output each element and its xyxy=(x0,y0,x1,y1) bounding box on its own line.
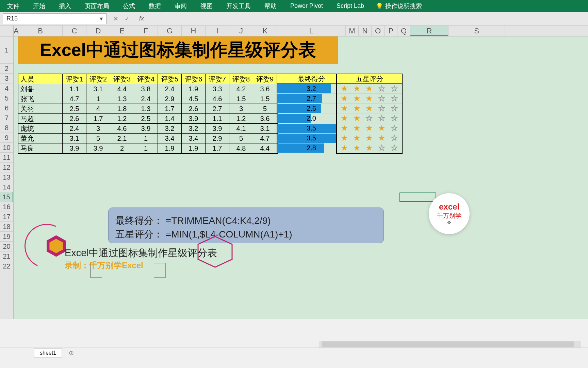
stars-row-0[interactable]: ★★★☆☆ xyxy=(337,84,402,94)
header-judge-4[interactable]: 评委4 xyxy=(134,74,158,84)
row-header-9[interactable]: 9 xyxy=(0,133,13,143)
ribbon-tab-scriptlab[interactable]: Script Lab xyxy=(334,1,366,11)
cell-score-6-1[interactable]: 3.9 xyxy=(86,143,110,153)
cell-score-1-6[interactable]: 4.6 xyxy=(206,94,229,104)
stars-row-3[interactable]: ★★☆☆☆ xyxy=(337,113,402,123)
row-header-20[interactable]: 20 xyxy=(0,242,13,251)
header-judge-5[interactable]: 评委5 xyxy=(158,74,182,84)
cell-score-5-8[interactable]: 4.7 xyxy=(253,134,277,143)
ribbon-tab-insert[interactable]: 插入 xyxy=(57,1,73,12)
cell-score-6-7[interactable]: 4.8 xyxy=(229,143,253,153)
row-header-2[interactable]: 2 xyxy=(0,64,13,74)
header-judge-8[interactable]: 评委8 xyxy=(229,74,253,84)
row-header-16[interactable]: 16 xyxy=(0,202,13,212)
column-header-D[interactable]: D xyxy=(86,26,110,36)
fx-label[interactable]: fx xyxy=(139,15,144,22)
ribbon-tab-powerpivot[interactable]: Power Pivot xyxy=(288,1,325,11)
cell-name-5[interactable]: 董允 xyxy=(18,134,63,143)
column-header-F[interactable]: F xyxy=(134,26,158,36)
column-header-K[interactable]: K xyxy=(253,26,277,36)
cell-score-3-0[interactable]: 2.6 xyxy=(63,114,86,124)
name-box[interactable]: R15 ▾ xyxy=(3,13,107,24)
ribbon-tab-formulas[interactable]: 公式 xyxy=(121,1,137,12)
cell-score-4-2[interactable]: 4.6 xyxy=(110,124,134,134)
ribbon-tab-home[interactable]: 开始 xyxy=(31,1,47,12)
cell-name-2[interactable]: 关羽 xyxy=(18,104,63,114)
ribbon-tab-data[interactable]: 数据 xyxy=(147,1,163,12)
row-header-18[interactable]: 18 xyxy=(0,222,13,232)
cell-score-0-3[interactable]: 3.8 xyxy=(134,84,158,94)
row-header-11[interactable]: 11 xyxy=(0,153,13,163)
cell-name-1[interactable]: 张飞 xyxy=(18,94,63,104)
cell-score-1-2[interactable]: 1.3 xyxy=(110,94,134,104)
row-header-6[interactable]: 6 xyxy=(0,103,13,113)
cell-score-0-7[interactable]: 4.2 xyxy=(229,84,253,94)
cell-score-3-6[interactable]: 1.1 xyxy=(206,114,229,124)
final-score-cell-1[interactable]: 2.7 xyxy=(277,94,346,104)
cell-score-6-4[interactable]: 1.9 xyxy=(158,143,182,153)
cell-score-2-8[interactable]: 5 xyxy=(253,104,277,114)
cell-score-4-3[interactable]: 3.9 xyxy=(134,124,158,134)
cell-score-5-1[interactable]: 5 xyxy=(86,134,110,143)
cell-score-5-0[interactable]: 3.1 xyxy=(63,134,86,143)
enter-icon[interactable]: ✓ xyxy=(125,15,130,22)
row-header-19[interactable]: 19 xyxy=(0,232,13,242)
header-judge-2[interactable]: 评委2 xyxy=(86,74,110,84)
tell-me-search[interactable]: 💡 操作说明搜索 xyxy=(376,2,422,10)
cell-score-5-6[interactable]: 2.9 xyxy=(206,134,229,143)
chevron-down-icon[interactable]: ▾ xyxy=(100,15,103,22)
cell-score-1-7[interactable]: 1.5 xyxy=(229,94,253,104)
cell-score-2-7[interactable]: 3 xyxy=(229,104,253,114)
stars-row-5[interactable]: ★★★★☆ xyxy=(337,133,402,143)
cell-score-6-0[interactable]: 3.9 xyxy=(63,143,86,153)
cell-score-1-4[interactable]: 2.9 xyxy=(158,94,182,104)
row-header-22[interactable]: 22 xyxy=(0,261,13,271)
column-header-C[interactable]: C xyxy=(63,26,86,36)
cell-score-6-6[interactable]: 1.7 xyxy=(206,143,229,153)
cell-score-5-2[interactable]: 2.1 xyxy=(110,134,134,143)
final-score-cell-2[interactable]: 2.6 xyxy=(277,104,346,113)
cell-score-2-2[interactable]: 1.8 xyxy=(110,104,134,114)
final-score-cell-0[interactable]: 3.2 xyxy=(277,84,346,94)
cell-score-3-4[interactable]: 1.4 xyxy=(158,114,182,124)
ribbon-tab-file[interactable]: 文件 xyxy=(5,1,21,12)
sheet-tab-1[interactable]: sheet1 xyxy=(34,348,62,358)
column-header-O[interactable]: O xyxy=(372,26,385,36)
row-header-21[interactable]: 21 xyxy=(0,251,13,261)
cell-score-2-1[interactable]: 4 xyxy=(86,104,110,114)
row-header-17[interactable]: 17 xyxy=(0,212,13,222)
cell-score-2-0[interactable]: 2.5 xyxy=(63,104,86,114)
stars-header[interactable]: 五星评分 xyxy=(337,74,402,84)
row-header-5[interactable]: 5 xyxy=(0,93,13,103)
column-header-R[interactable]: R xyxy=(410,26,448,36)
cell-score-4-5[interactable]: 3.2 xyxy=(182,124,206,134)
cell-score-4-6[interactable]: 3.9 xyxy=(206,124,229,134)
cells-area[interactable]: Excel中通过图标集制作星级评分表 人员评委1评委2评委3评委4评委5评委6评… xyxy=(14,36,588,319)
cell-score-4-8[interactable]: 3.1 xyxy=(253,124,277,134)
cell-score-3-7[interactable]: 1.2 xyxy=(229,114,253,124)
header-judge-9[interactable]: 评委9 xyxy=(253,74,277,84)
row-header-1[interactable]: 1 xyxy=(0,36,13,64)
cell-score-2-4[interactable]: 1.7 xyxy=(158,104,182,114)
column-header-Q[interactable]: Q xyxy=(397,26,410,36)
cell-score-6-2[interactable]: 2 xyxy=(110,143,134,153)
stars-row-2[interactable]: ★★★☆☆ xyxy=(337,104,402,113)
cell-score-5-5[interactable]: 3.4 xyxy=(182,134,206,143)
cell-name-3[interactable]: 马超 xyxy=(18,114,63,124)
stars-row-4[interactable]: ★★★★☆ xyxy=(337,123,402,133)
cell-score-0-2[interactable]: 4.4 xyxy=(110,84,134,94)
cell-score-0-5[interactable]: 1.9 xyxy=(182,84,206,94)
cell-score-0-8[interactable]: 3.6 xyxy=(253,84,277,94)
final-score-cell-3[interactable]: 2.0 xyxy=(277,113,346,123)
cell-score-4-1[interactable]: 3 xyxy=(86,124,110,134)
column-header-E[interactable]: E xyxy=(110,26,134,36)
header-judge-7[interactable]: 评委7 xyxy=(206,74,229,84)
cell-name-6[interactable]: 马良 xyxy=(18,143,63,153)
column-header-J[interactable]: J xyxy=(229,26,253,36)
column-header-H[interactable]: H xyxy=(182,26,206,36)
cell-score-2-5[interactable]: 2.6 xyxy=(182,104,206,114)
cell-score-0-0[interactable]: 1.1 xyxy=(63,84,86,94)
cell-score-6-3[interactable]: 1 xyxy=(134,143,158,153)
cell-score-2-3[interactable]: 1.3 xyxy=(134,104,158,114)
row-header-12[interactable]: 12 xyxy=(0,163,13,172)
